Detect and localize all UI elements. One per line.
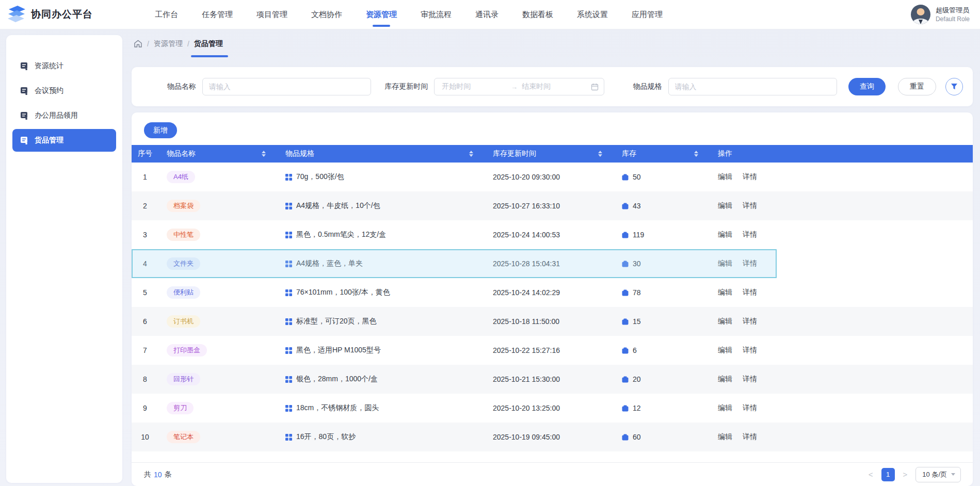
nav-item[interactable]: 文档协作 [311,0,342,29]
end-time-placeholder[interactable]: 结束时间 [522,82,587,91]
top-navbar: 协同办公平台 工作台任务管理项目管理文档协作资源管理审批流程通讯录数据看板系统设… [0,0,980,29]
item-name-input[interactable] [202,78,371,95]
row-index: 7 [143,346,147,354]
next-page-button[interactable]: > [902,470,909,479]
row-index: 6 [143,317,147,326]
prev-page-button[interactable]: < [867,470,874,479]
sidebar-item[interactable]: 货品管理 [12,129,116,152]
start-time-placeholder[interactable]: 开始时间 [442,82,507,91]
item-spec-text: 黑色，0.5mm笔尖，12支/盒 [296,230,386,239]
nav-item-label: 数据看板 [522,10,553,20]
detail-link[interactable]: 详情 [743,432,757,442]
edit-link[interactable]: 编辑 [718,403,732,413]
table-row[interactable]: 3 中性笔 黑色，0.5mm笔尖，12支/盒 2025-10-24 14:00:… [132,220,973,249]
page-size-select[interactable]: 10 条/页 [915,467,961,482]
edit-link[interactable]: 编辑 [718,230,732,239]
add-button[interactable]: 新增 [144,122,177,138]
stock-count: 78 [633,288,641,297]
row-index: 1 [143,173,147,181]
item-spec-input[interactable] [668,78,837,95]
table-row[interactable]: 5 便利贴 76×101mm，100张/本，黄色 2025-10-24 14:0… [132,278,973,307]
nav-item[interactable]: 项目管理 [256,0,287,29]
reset-button[interactable]: 重置 [898,78,936,95]
breadcrumb-separator: / [187,40,189,48]
nav-item[interactable]: 工作台 [155,0,178,29]
column-header: 库存 [614,149,710,158]
item-name-tag: 文件夹 [167,257,200,270]
avatar[interactable] [911,5,930,24]
nav-item[interactable]: 任务管理 [202,0,233,29]
detail-link[interactable]: 详情 [743,288,757,297]
item-name-tag: 笔记本 [167,431,200,443]
table-row[interactable]: 4 文件夹 A4规格，蓝色，单夹 2025-10-28 15:04:31 [132,249,973,278]
filter-toggle-button[interactable] [945,78,963,95]
sidebar-item-label: 货品管理 [35,136,63,145]
filter-bar: 物品名称 库存更新时间 开始时间 → 结束时间 物品规格 查询 [132,67,973,106]
sort-button[interactable] [598,151,602,157]
detail-link[interactable]: 详情 [743,230,757,239]
grid-icon [285,261,292,267]
nav-item[interactable]: 资源管理 [366,0,397,29]
detail-link[interactable]: 详情 [743,317,757,326]
table-row[interactable]: 7 打印墨盒 黑色，适用HP M1005型号 2025-10-22 15:27:… [132,336,973,365]
row-index: 9 [143,404,147,412]
nav-item-label: 审批流程 [421,10,452,20]
detail-link[interactable]: 详情 [743,403,757,413]
sidebar-item[interactable]: 办公用品领用 [12,104,116,127]
user-menu[interactable]: 超级管理员 Default Role [911,5,970,24]
sidebar-item[interactable]: 会议预约 [12,79,116,102]
edit-link[interactable]: 编辑 [718,346,732,355]
detail-link[interactable]: 详情 [743,201,757,210]
table-row[interactable]: 6 订书机 标准型，可订20页，黑色 2025-10-18 11:50:00 [132,307,973,336]
nav-item[interactable]: 应用管理 [632,0,663,29]
edit-link[interactable]: 编辑 [718,317,732,326]
table-row[interactable]: 9 剪刀 18cm，不锈钢材质，圆头 2025-10-20 13:25:00 [132,394,973,423]
stock-time: 2025-10-22 15:27:16 [493,346,560,354]
sort-button[interactable] [469,151,473,157]
table-row[interactable]: 2 档案袋 A4规格，牛皮纸，10个/包 2025-10-27 16:33:10 [132,191,973,220]
detail-link[interactable]: 详情 [743,172,757,182]
column-header-label: 序号 [138,149,152,158]
row-index: 2 [143,202,147,210]
edit-link[interactable]: 编辑 [718,259,732,268]
page-number-current[interactable]: 1 [881,468,895,481]
nav-item-label: 工作台 [155,10,178,20]
sidebar-item[interactable]: 资源统计 [12,55,116,77]
sort-button[interactable] [262,151,266,157]
edit-link[interactable]: 编辑 [718,172,732,182]
detail-link[interactable]: 详情 [743,346,757,355]
search-button[interactable]: 查询 [848,78,886,95]
stock-count: 30 [633,260,641,268]
edit-link[interactable]: 编辑 [718,432,732,442]
edit-link[interactable]: 编辑 [718,375,732,384]
breadcrumb-item-resource[interactable]: 资源管理 [154,39,183,48]
sort-button[interactable] [694,151,698,157]
goods-table: 序号 物品名称 物品规格 库存更新时间 库存 操作 1 A4纸 [132,145,973,451]
row-index: 10 [141,433,149,441]
edit-link[interactable]: 编辑 [718,288,732,297]
table-body: 1 A4纸 70g，500张/包 2025-10-20 09:30:00 [132,163,973,451]
nav-item[interactable]: 审批流程 [421,0,452,29]
stock-count: 60 [633,433,641,441]
user-role: Default Role [936,15,970,23]
table-row[interactable]: 1 A4纸 70g，500张/包 2025-10-20 09:30:00 [132,163,973,191]
nav-item[interactable]: 数据看板 [522,0,553,29]
home-icon[interactable] [134,40,142,48]
sort-desc-icon [694,154,698,157]
nav-item[interactable]: 通讯录 [475,0,499,29]
item-spec-text: 16开，80页，软抄 [296,432,356,442]
sort-desc-icon [262,154,266,157]
table-row[interactable]: 8 回形针 银色，28mm，1000个/盒 2025-10-21 15:30:0… [132,365,973,394]
total-count: 10 [154,471,162,479]
detail-link[interactable]: 详情 [743,375,757,384]
box-icon [622,434,629,441]
detail-link[interactable]: 详情 [743,259,757,268]
sort-asc-icon [598,151,602,153]
table-row[interactable]: 10 笔记本 16开，80页，软抄 2025-10-19 09:45:00 [132,423,973,451]
document-icon [20,111,28,120]
nav-item[interactable]: 系统设置 [577,0,608,29]
row-index: 4 [143,260,147,268]
nav-item-label: 应用管理 [632,10,663,20]
date-range-picker[interactable]: 开始时间 → 结束时间 [434,78,604,95]
edit-link[interactable]: 编辑 [718,201,732,210]
